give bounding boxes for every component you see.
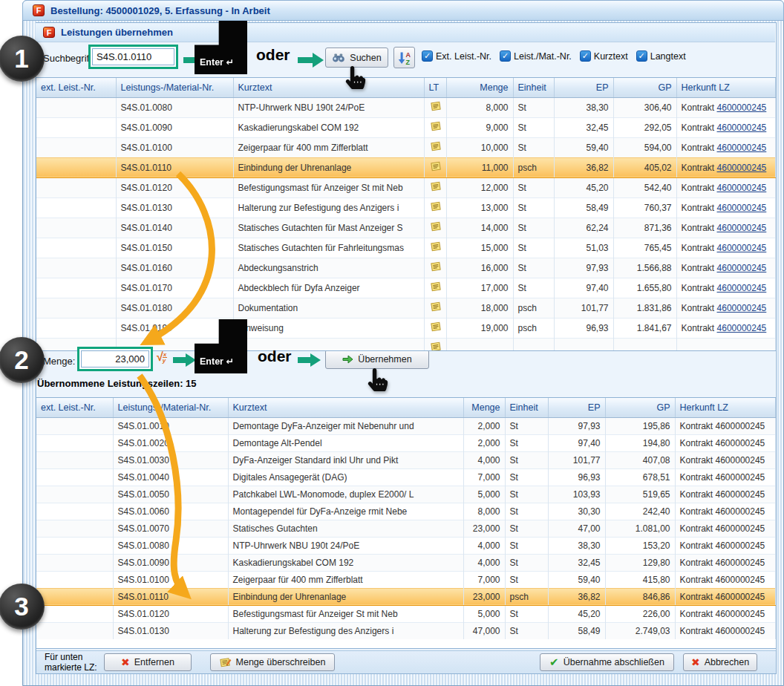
cancel-button-label: Abbrechen [705, 657, 749, 667]
finish-transfer-button[interactable]: ✔ Übernahme abschließen [540, 653, 674, 671]
column-header[interactable]: ext. Leist.-Nr. [36, 78, 116, 97]
table-row[interactable]: S4S.01.0100Zeigerpaar für 400 mm Zifferb… [36, 137, 776, 157]
table-row[interactable]: S4S.01.0100Zeigerpaar für 400 mm Zifferb… [36, 571, 776, 588]
column-header[interactable]: GP [605, 398, 675, 417]
red-x-icon: ✖ [121, 656, 130, 668]
table-row[interactable]: S4S.01.0090Kaskadierungskabel COM 1929,0… [36, 117, 776, 137]
table-row[interactable]: S4S.01.0140Statisches Gutachten für Mast… [36, 218, 776, 238]
cell-ep: 38,30 [548, 537, 605, 554]
cell-kurztext: Abdeckblech für Dyfa Anzeiger [233, 278, 424, 298]
table-row[interactable]: S4S.01.0120Befestigungsmast für Anzeiger… [36, 605, 776, 622]
table-row[interactable]: S4S.01.0010Demontage DyFa-Anzeiger mit N… [36, 417, 776, 434]
green-check-icon: ✔ [549, 656, 559, 669]
table-row[interactable]: S4S.01.0120Befestigungsmast für Anzeiger… [36, 177, 776, 197]
search-input[interactable]: S4S.01.0110 [92, 48, 174, 65]
contract-link[interactable]: 4600000245 [717, 283, 767, 293]
checkbox-langtext[interactable]: ✓ Langtext [636, 50, 686, 62]
table-row[interactable]: S4S.01.0170Abdeckblech für Dyfa Anzeiger… [36, 278, 776, 298]
checkbox-ext-leist-nr[interactable]: ✓ Ext. Leist.-Nr. [422, 50, 491, 62]
override-quantity-label: Menge überschreiben [236, 657, 326, 667]
table-row[interactable]: S4S.01.0040Digitales Ansagegerät (DAG)7,… [36, 468, 776, 486]
table-row[interactable]: S4S.01.0180Dokumentation18,000psch101,77… [36, 298, 776, 318]
table-row[interactable]: S4S.01.0060Montagependel für DyFa-Anzeig… [36, 503, 776, 520]
table-row[interactable]: S4S.01.0050Patchkabel LWL-Monomode, dupl… [36, 486, 776, 503]
cell-ep: 38,30 [554, 97, 613, 117]
cell-gp: 226,00 [605, 605, 675, 622]
column-header[interactable]: ext. Leist.-Nr. [36, 398, 113, 417]
contract-link[interactable]: 4600000245 [717, 243, 767, 253]
column-header[interactable]: Herkunft LZ [676, 78, 776, 97]
contract-link[interactable]: 4600000245 [717, 263, 767, 273]
table-row[interactable]: S4S.01.0150Statisches Gutachten für Fahr… [36, 238, 776, 258]
table-row[interactable]: S4S.01.0190Einweisung19,000psch96,931.84… [36, 318, 776, 338]
contract-link[interactable]: 4600000245 [717, 223, 767, 233]
table-row[interactable]: S4S.01.0110Einbindung der Uhrenanlage23,… [36, 588, 776, 605]
cell-kurztext: Zeigerpaar für 400 mm Zifferblatt [228, 571, 463, 588]
column-header[interactable]: Menge [446, 78, 513, 97]
override-quantity-button[interactable]: Menge überschreiben [210, 653, 335, 671]
contract-link[interactable]: 4600000245 [717, 203, 767, 213]
column-header[interactable]: Einheit [505, 398, 548, 417]
table-row[interactable]: S4S.01.0080NTP-Uhrwerk NBU 190t 24/PoE4,… [36, 537, 776, 554]
origin-cell: Kontrakt 4600000245 [676, 298, 776, 318]
table-row[interactable]: S4S.01.0090Kaskadierungskabel COM 1924,0… [36, 554, 776, 571]
column-header[interactable]: Herkunft LZ [675, 398, 776, 417]
table-row[interactable]: S4S.01.0070Statisches Gutachten23,000St4… [36, 520, 776, 537]
cell-gp: 1.655,80 [613, 278, 676, 298]
table-row[interactable]: S4S.01.0080NTP-Uhrwerk NBU 190t 24/PoE8,… [36, 97, 776, 117]
table-row[interactable]: S4S.01.0110Einbindung der Uhrenanlage11,… [36, 157, 776, 177]
table-row[interactable]: S4S.01.0160Abdeckungsanstrich16,000St97,… [36, 258, 776, 278]
contract-link[interactable]: 4600000245 [717, 323, 767, 333]
cell-menge: 23,000 [463, 520, 505, 537]
quantity-input[interactable]: 23,000 [81, 350, 149, 368]
cell-nr: S4S.01.0110 [116, 157, 233, 177]
cell-ep: 51,03 [554, 238, 613, 258]
cell-kurztext: Statisches Gutachten für Mast Anzeiger S [233, 218, 424, 238]
column-header[interactable]: Leistungs-/Material-Nr. [116, 78, 233, 97]
taken-lines-summary: Übernommene Leistungszeilen: 15 [37, 378, 197, 389]
column-header[interactable]: LT [424, 78, 446, 97]
annotation-arrow-right-icon [297, 352, 322, 371]
window-titlebar[interactable]: F Bestellung: 4500001029, 5. Erfassung -… [22, 0, 784, 21]
cell-einheit: St [513, 117, 554, 137]
contract-link[interactable]: 4600000245 [717, 183, 767, 193]
contract-link[interactable]: 4600000245 [717, 102, 767, 113]
column-header[interactable]: EP [548, 398, 605, 417]
column-header[interactable]: Leistungs-/Material-Nr. [113, 398, 228, 417]
cell-ext [36, 588, 113, 605]
checkbox-kurztext[interactable]: ✓ Kurztext [580, 50, 628, 62]
origin-cell: Kontrakt 4600000245 [676, 177, 776, 197]
cell-menge [446, 338, 513, 351]
column-header[interactable]: Einheit [513, 78, 554, 97]
contract-link[interactable]: 4600000245 [717, 122, 767, 133]
cell-einheit: St [513, 218, 554, 238]
cell-menge: 13,000 [446, 197, 513, 218]
column-header[interactable]: GP [613, 78, 676, 97]
contract-link[interactable]: 4600000245 [717, 143, 767, 153]
cell-kurztext: Statisches Gutachten [228, 520, 463, 537]
table-row[interactable]: S4S.01.0130Halterung zur Befestigung des… [36, 197, 776, 218]
cell-menge: 4,000 [463, 451, 505, 468]
column-header[interactable]: Menge [463, 398, 505, 417]
column-header[interactable]: Kurztext [233, 78, 424, 97]
column-header[interactable]: Kurztext [228, 398, 463, 417]
cell-kurztext: Halterung zur Befestigung des Anzigers i [228, 622, 463, 639]
table-row[interactable]: S4S.01.0020Demontage Alt-Pendel2,000St97… [36, 434, 776, 451]
cell-kurztext: NTP-Uhrwerk NBU 190t 24/PoE [228, 537, 463, 554]
contract-link[interactable]: 4600000245 [717, 163, 767, 173]
sort-az-button[interactable]: A Z [393, 47, 415, 68]
column-header[interactable]: EP [554, 78, 613, 97]
remove-button[interactable]: ✖ Entfernen [104, 653, 192, 671]
longtext-note-icon [424, 218, 446, 238]
cell-nr: S4S.01.0050 [113, 486, 228, 503]
table-row[interactable]: S4S.01.0030DyFa-Anzeiger Standard inkl U… [36, 451, 776, 468]
search-filter-checkboxes: ✓ Ext. Leist.-Nr. ✓ Leist./Mat.-Nr. ✓ Ku… [422, 50, 686, 62]
table-row[interactable]: S4S.01.0130Halterung zur Befestigung des… [36, 622, 776, 639]
dialog-titlebar[interactable]: F Leistungen übernehmen [36, 23, 775, 42]
green-arrow-icon [342, 355, 353, 364]
contract-link[interactable]: 4600000245 [717, 303, 767, 313]
formula-sqrt-icon[interactable]: √xy [157, 350, 167, 364]
cell-einheit: St [505, 503, 548, 520]
cancel-button[interactable]: ✖ Abbrechen [683, 653, 757, 671]
checkbox-leist-mat-nr[interactable]: ✓ Leist./Mat.-Nr. [500, 50, 572, 62]
